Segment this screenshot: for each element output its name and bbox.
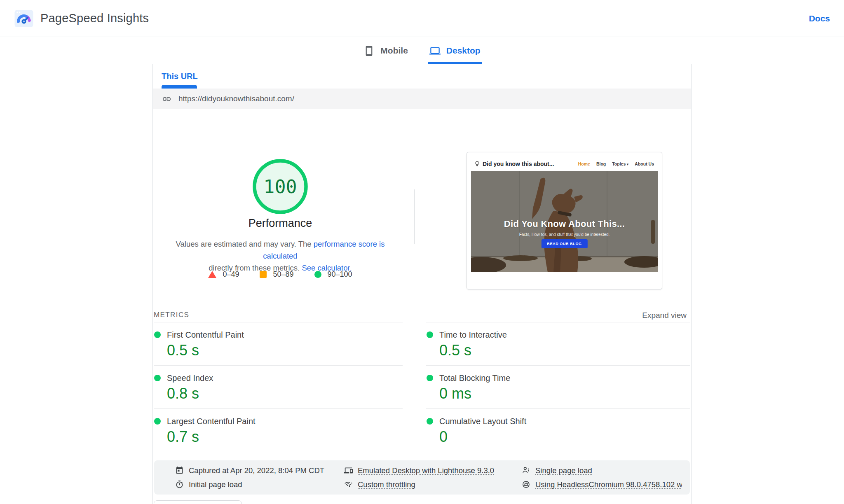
metric-title-row: Time to Interactive xyxy=(427,330,690,340)
metric-status-icon xyxy=(427,331,433,338)
throttle-icon xyxy=(344,480,353,489)
top-bar: PageSpeed Insights Docs xyxy=(0,0,844,37)
site-brand: Did you know this about... xyxy=(483,161,554,167)
legend-range-label: 90–100 xyxy=(328,270,352,279)
legend-item: 50–89 xyxy=(260,270,293,279)
metric-title-row: Speed Index xyxy=(154,373,403,383)
devices-icon xyxy=(344,466,353,475)
site-preview: Did you know this about... Home Blog Top… xyxy=(471,156,658,285)
legend-range-label: 0–49 xyxy=(223,270,239,279)
metric-status-icon xyxy=(154,331,161,338)
environment-item-text: Using HeadlessChromium 98.0.4758.102 wit… xyxy=(535,480,682,489)
score-value: 100 xyxy=(252,159,308,215)
legend-marker-icon xyxy=(208,271,216,278)
pagespeed-insights-page: PageSpeed Insights Docs Mobile Desktop T… xyxy=(0,0,844,504)
laptop-icon xyxy=(429,45,441,56)
metric-value: 0.8 s xyxy=(167,385,403,402)
environment-item-text: Emulated Desktop with Lighthouse 9.3.0 xyxy=(358,466,494,475)
link-icon xyxy=(162,94,171,104)
metric-cell: First Contentful Paint 0.5 s xyxy=(154,322,403,365)
environment-item[interactable]: Custom throttling xyxy=(344,479,522,490)
metric-value: 0 ms xyxy=(439,385,690,402)
site-preview-footer xyxy=(471,272,658,285)
metric-title-row: First Contentful Paint xyxy=(154,330,403,340)
metric-status-icon xyxy=(154,418,161,425)
metric-label: First Contentful Paint xyxy=(167,330,244,340)
person-icon xyxy=(522,466,530,475)
pagespeed-logo-icon xyxy=(14,9,34,28)
metric-cell: Total Blocking Time 0 ms xyxy=(426,365,690,408)
calendar-icon xyxy=(175,466,184,475)
chromium-icon xyxy=(522,480,530,489)
app-title: PageSpeed Insights xyxy=(40,12,149,25)
metric-label: Speed Index xyxy=(167,373,213,383)
page-screenshot-thumbnail: Did you know this about... Home Blog Top… xyxy=(467,152,662,289)
performance-overview: 100 Performance Values are estimated and… xyxy=(153,109,691,302)
disclaimer-text-1: Values are estimated and may vary. The xyxy=(176,240,312,248)
site-nav-item: About Us xyxy=(635,161,654,166)
environment-item-text: Custom throttling xyxy=(358,480,415,489)
legend-item: 90–100 xyxy=(314,270,352,279)
metric-value: 0 xyxy=(439,429,690,445)
metric-value: 0.5 s xyxy=(439,342,690,359)
metric-label: Total Blocking Time xyxy=(439,373,510,383)
metrics-grid: First Contentful Paint 0.5 s Time to Int… xyxy=(154,322,690,452)
environment-item-text: Initial page load xyxy=(189,480,242,489)
metric-cell: Time to Interactive 0.5 s xyxy=(426,322,690,365)
metric-status-icon xyxy=(427,418,433,425)
site-nav-item: Blog xyxy=(596,161,606,166)
device-tabs: Mobile Desktop xyxy=(0,37,844,64)
legend-marker-icon xyxy=(260,271,267,278)
results-panel: This URL https://didyouknowthisabout.com… xyxy=(152,64,692,504)
metric-status-icon xyxy=(154,375,161,381)
metric-title-row: Cumulative Layout Shift xyxy=(427,416,690,426)
report-tab-strip: This URL xyxy=(153,64,691,89)
tab-mobile-label: Mobile xyxy=(380,46,408,56)
metric-status-icon xyxy=(427,375,433,381)
site-preview-header: Did you know this about... Home Blog Top… xyxy=(471,156,658,171)
view-treemap-button[interactable]: View Treemap xyxy=(154,500,242,504)
tab-mobile[interactable]: Mobile xyxy=(353,37,419,64)
environment-item: Captured at Apr 20, 2022, 8:04 PM CDT xyxy=(175,465,344,476)
site-nav: Home Blog Topics About Us xyxy=(578,161,654,166)
environment-item-text: Single page load xyxy=(535,466,592,475)
metric-value: 0.7 s xyxy=(167,429,403,445)
score-disclaimer: Values are estimated and may vary. The p… xyxy=(165,238,396,274)
metric-value: 0.5 s xyxy=(167,342,403,359)
site-hero-subtitle: Facts, How-tos, and stuff that you'd be … xyxy=(471,232,658,237)
legend-marker-icon xyxy=(314,271,321,278)
metric-cell: Largest Contentful Paint 0.7 s xyxy=(154,408,403,452)
score-legend: 0–49 50–89 90–100 xyxy=(157,270,404,279)
environment-item[interactable]: Single page load xyxy=(522,465,682,476)
environment-item-text: Captured at Apr 20, 2022, 8:04 PM CDT xyxy=(189,466,324,475)
metric-label: Cumulative Layout Shift xyxy=(439,416,526,426)
tested-url: https://didyouknowthisabout.com/ xyxy=(178,94,294,103)
performance-score-gauge[interactable]: 100 xyxy=(252,159,308,215)
metric-cell: Speed Index 0.8 s xyxy=(154,365,403,408)
site-hero-title: Did You Know About This... xyxy=(471,219,658,229)
site-nav-item: Home xyxy=(578,161,590,166)
expand-view-button[interactable]: Expand view xyxy=(642,311,687,320)
docs-link[interactable]: Docs xyxy=(809,14,830,23)
environment-item: Initial page load xyxy=(175,479,344,490)
environment-bar: Captured at Apr 20, 2022, 8:04 PM CDT Em… xyxy=(154,460,690,495)
environment-item[interactable]: Using HeadlessChromium 98.0.4758.102 wit… xyxy=(522,479,682,490)
metric-label: Largest Contentful Paint xyxy=(167,416,256,426)
environment-item[interactable]: Emulated Desktop with Lighthouse 9.3.0 xyxy=(344,465,522,476)
lightbulb-icon xyxy=(475,161,480,167)
tab-desktop[interactable]: Desktop xyxy=(419,37,491,64)
vertical-divider xyxy=(414,189,415,244)
tab-this-url[interactable]: This URL xyxy=(162,72,198,81)
legend-range-label: 50–89 xyxy=(273,270,293,279)
tab-desktop-label: Desktop xyxy=(446,46,481,56)
metrics-header: METRICS Expand view xyxy=(154,302,687,322)
smartphone-icon xyxy=(363,45,375,56)
active-tab-indicator xyxy=(162,85,197,89)
metric-cell: Cumulative Layout Shift 0 xyxy=(426,408,690,452)
stopwatch-icon xyxy=(175,480,184,489)
site-cta-button: READ OUR BLOG xyxy=(541,239,587,248)
site-hero: Did You Know About This... Facts, How-to… xyxy=(471,171,658,272)
legend-item: 0–49 xyxy=(208,270,239,279)
metrics-heading: METRICS xyxy=(154,311,189,319)
metric-label: Time to Interactive xyxy=(439,330,507,340)
